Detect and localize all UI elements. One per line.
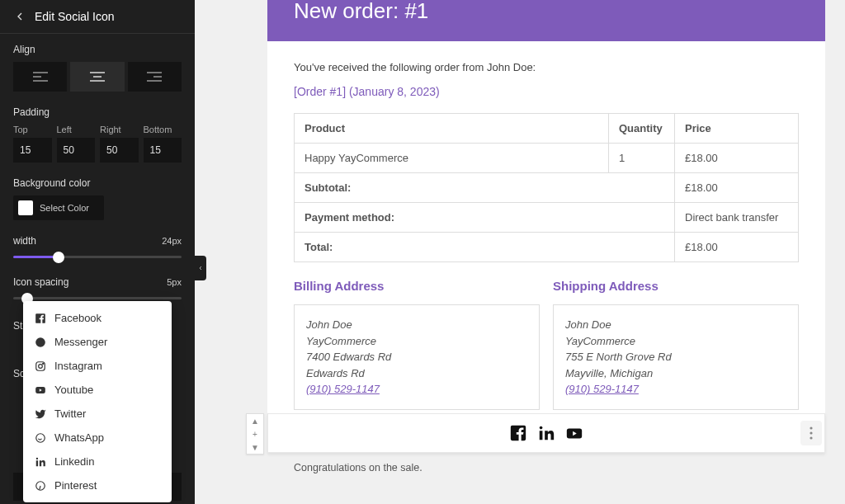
padding-bottom-input[interactable] — [144, 138, 182, 163]
chevron-left-icon — [197, 263, 204, 273]
padding-left-label: Left — [57, 125, 96, 134]
table-row: Payment method: Direct bank transfer — [295, 203, 799, 233]
collapse-handle[interactable] — [195, 256, 206, 280]
padding-top-label: Top — [13, 125, 52, 134]
dropdown-item-linkedin[interactable]: Linkedin — [23, 450, 172, 473]
twitter-icon — [35, 408, 46, 420]
order-table: Product Quantity Price Happy YayCommerce… — [294, 113, 799, 262]
svg-point-22 — [810, 431, 812, 434]
svg-point-9 — [35, 337, 45, 347]
messenger-icon — [35, 337, 46, 348]
billing-phone[interactable]: (910) 529-1147 — [306, 381, 527, 398]
svg-point-11 — [39, 364, 43, 368]
svg-point-12 — [43, 363, 44, 364]
youtube-icon — [35, 384, 46, 396]
th-price: Price — [675, 114, 799, 144]
padding-right-label: Right — [100, 125, 139, 134]
order-link[interactable]: [Order #1] (January 8, 2023) — [294, 85, 799, 98]
color-picker[interactable]: Select Color — [13, 195, 104, 220]
th-qty: Quantity — [609, 114, 675, 144]
svg-point-16 — [36, 457, 38, 459]
svg-point-14 — [36, 433, 45, 442]
dropdown-item-messenger[interactable]: Messenger — [23, 330, 172, 354]
table-row: Total: £18.00 — [295, 233, 799, 262]
youtube-icon — [565, 424, 583, 442]
billing-title: Billing Address — [294, 279, 540, 293]
style-label: St — [13, 320, 22, 332]
email-preview: New order: #1 You've received the follow… — [267, 0, 825, 430]
whatsapp-icon — [35, 432, 46, 444]
bgcolor-label: Background color — [13, 177, 182, 189]
back-icon[interactable] — [13, 10, 26, 23]
dropdown-item-whatsapp[interactable]: WhatsApp — [23, 426, 172, 450]
padding-label: Padding — [13, 106, 182, 118]
table-row: Subtotal: £18.00 — [295, 173, 799, 203]
social-icon-block[interactable] — [267, 413, 825, 453]
instagram-icon — [35, 360, 46, 372]
svg-rect-15 — [36, 460, 38, 466]
color-text: Select Color — [40, 203, 89, 213]
shipping-box: John Doe YayCommerce 755 E North Grove R… — [553, 304, 799, 410]
billing-box: John Doe YayCommerce 7400 Edwards Rd Edw… — [294, 304, 540, 410]
padding-top-input[interactable] — [13, 138, 52, 163]
width-label: width — [13, 235, 36, 247]
shipping-title: Shipping Address — [553, 279, 799, 293]
spacing-value: 5px — [167, 277, 182, 287]
width-value: 24px — [162, 236, 182, 246]
svg-point-21 — [810, 426, 812, 429]
linkedin-icon — [537, 424, 555, 442]
spacing-slider[interactable] — [13, 297, 182, 299]
email-intro: You've received the following order from… — [294, 61, 799, 73]
facebook-icon — [509, 424, 527, 442]
kebab-icon — [810, 426, 813, 440]
align-left-button[interactable] — [13, 62, 67, 92]
move-up-button[interactable]: ▲ — [247, 414, 263, 427]
dropdown-item-facebook[interactable]: Facebook — [23, 306, 172, 330]
sidebar-header: Edit Social Icon — [0, 0, 195, 34]
facebook-icon — [35, 313, 46, 324]
svg-point-19 — [540, 426, 543, 430]
padding-bottom-label: Bottom — [144, 125, 182, 134]
linkedin-icon — [35, 456, 46, 468]
shipping-phone[interactable]: (910) 529-1147 — [565, 381, 786, 398]
padding-left-input[interactable] — [57, 138, 96, 163]
svg-rect-18 — [540, 431, 543, 440]
width-slider[interactable] — [13, 256, 182, 258]
color-swatch — [18, 200, 33, 215]
email-header: New order: #1 — [267, 0, 825, 41]
padding-right-input[interactable] — [100, 138, 139, 163]
panel-title: Edit Social Icon — [35, 10, 115, 23]
add-button[interactable]: + — [247, 427, 263, 440]
footer-text: Congratulations on the sale. — [294, 462, 422, 473]
dropdown-item-instagram[interactable]: Instagram — [23, 354, 172, 378]
spacing-label: Icon spacing — [13, 276, 68, 288]
align-label: Align — [13, 44, 182, 55]
social-dropdown: Facebook Messenger Instagram Youtube Twi… — [23, 301, 172, 502]
th-product: Product — [295, 114, 609, 144]
table-row: Happy YayCommerce 1 £18.00 — [295, 144, 799, 173]
dropdown-item-twitter[interactable]: Twitter — [23, 402, 172, 426]
dropdown-item-youtube[interactable]: Youtube — [23, 378, 172, 402]
align-right-button[interactable] — [128, 62, 182, 92]
block-controls: ▲ + ▼ — [246, 413, 264, 455]
align-center-button[interactable] — [70, 62, 124, 92]
move-down-button[interactable]: ▼ — [247, 440, 263, 454]
dropdown-item-pinterest[interactable]: Pinterest — [23, 473, 172, 497]
svg-point-23 — [810, 436, 812, 439]
block-menu-button[interactable] — [800, 421, 822, 445]
pinterest-icon — [35, 480, 46, 492]
